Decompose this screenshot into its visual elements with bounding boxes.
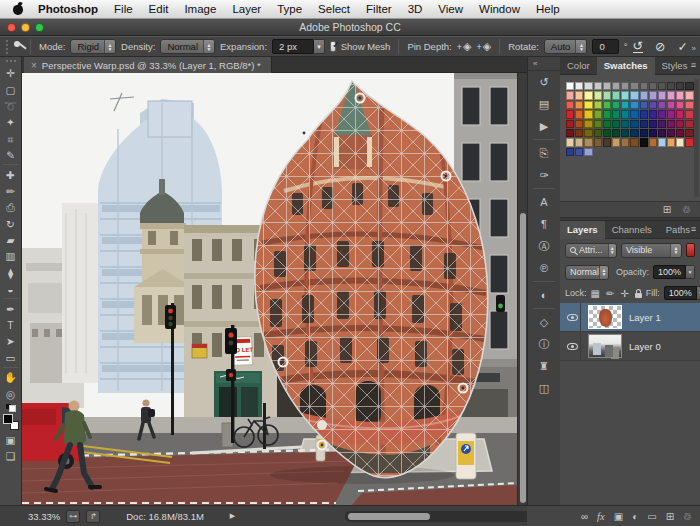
tab-channels[interactable]: Channels bbox=[605, 221, 659, 239]
title-bar[interactable]: Adobe Photoshop CC bbox=[0, 19, 700, 36]
color-swatch[interactable] bbox=[603, 101, 611, 109]
color-swatch[interactable] bbox=[667, 82, 675, 90]
lock-all-icon[interactable] bbox=[635, 293, 642, 298]
color-swatch[interactable] bbox=[640, 138, 648, 146]
color-swatch[interactable] bbox=[658, 101, 666, 109]
color-swatch[interactable] bbox=[676, 129, 684, 137]
color-swatch[interactable] bbox=[621, 120, 629, 128]
menu-file[interactable]: File bbox=[106, 0, 141, 19]
hand-tool[interactable]: ✋ bbox=[2, 369, 20, 385]
color-swatch[interactable] bbox=[584, 101, 592, 109]
color-swatch[interactable] bbox=[575, 101, 583, 109]
rotate-angle-field[interactable]: 0 bbox=[592, 39, 618, 54]
color-swatch[interactable] bbox=[575, 120, 583, 128]
share-icon[interactable]: ↱ bbox=[86, 510, 100, 523]
color-swatch[interactable] bbox=[575, 148, 583, 156]
color-swatch[interactable] bbox=[594, 82, 602, 90]
color-swatch[interactable] bbox=[667, 91, 675, 99]
menu-help[interactable]: Help bbox=[528, 0, 568, 19]
type-tool[interactable]: T bbox=[2, 317, 20, 333]
color-swatch[interactable] bbox=[621, 101, 629, 109]
color-swatch[interactable] bbox=[584, 82, 592, 90]
character-styles-panel-icon[interactable]: Ⓐ bbox=[532, 235, 556, 257]
color-swatch[interactable] bbox=[612, 120, 620, 128]
color-swatch[interactable] bbox=[575, 110, 583, 118]
brush-settings-panel-icon[interactable]: ✑ bbox=[532, 164, 556, 186]
eyedropper-tool[interactable]: ✎ bbox=[2, 147, 20, 163]
color-swatch[interactable] bbox=[676, 138, 684, 146]
opacity-field[interactable]: 100% bbox=[653, 265, 686, 279]
color-swatch[interactable] bbox=[612, 110, 620, 118]
options-bar-grip[interactable] bbox=[6, 40, 9, 54]
menu-filter[interactable]: Filter bbox=[358, 0, 400, 19]
menu-photoshop[interactable]: Photoshop bbox=[30, 0, 106, 19]
color-swatch[interactable] bbox=[584, 120, 592, 128]
path-selection-tool[interactable]: ➤ bbox=[2, 333, 20, 349]
zoom-tool[interactable]: ◎ bbox=[2, 385, 20, 401]
color-swatch[interactable] bbox=[630, 110, 638, 118]
tab-layers[interactable]: Layers bbox=[560, 221, 605, 239]
menu-select[interactable]: Select bbox=[310, 0, 358, 19]
foreground-color-swatch[interactable] bbox=[3, 414, 13, 424]
color-swatch[interactable] bbox=[612, 101, 620, 109]
menu-edit[interactable]: Edit bbox=[141, 0, 177, 19]
color-swatch[interactable] bbox=[584, 91, 592, 99]
shape-tool[interactable]: ▭ bbox=[2, 350, 20, 366]
layer-effects-icon[interactable]: fx bbox=[597, 511, 605, 522]
color-swatch[interactable] bbox=[594, 110, 602, 118]
lasso-tool[interactable]: ➰ bbox=[2, 98, 20, 114]
document-tab[interactable]: × Perspective Warp.psd @ 33.3% (Layer 1,… bbox=[24, 57, 272, 73]
history-brush-tool[interactable]: ↻ bbox=[2, 216, 20, 232]
color-swatch[interactable] bbox=[603, 120, 611, 128]
color-swatch[interactable] bbox=[630, 101, 638, 109]
color-swatch[interactable] bbox=[630, 82, 638, 90]
color-swatch[interactable] bbox=[685, 101, 693, 109]
density-dropdown[interactable]: Normal bbox=[160, 39, 215, 54]
color-swatch[interactable] bbox=[685, 110, 693, 118]
color-swatch[interactable] bbox=[566, 82, 574, 90]
panel-menu-icon[interactable]: ≡ bbox=[691, 60, 696, 70]
color-swatch[interactable] bbox=[685, 129, 693, 137]
color-swatch[interactable] bbox=[667, 129, 675, 137]
color-swatch[interactable] bbox=[603, 129, 611, 137]
expansion-dropdown-arrow[interactable]: ▼ bbox=[314, 39, 325, 54]
color-swatch[interactable] bbox=[676, 82, 684, 90]
menu-view[interactable]: View bbox=[430, 0, 471, 19]
layer-thumbnail[interactable] bbox=[588, 305, 622, 329]
color-swatch[interactable] bbox=[566, 91, 574, 99]
color-swatch[interactable] bbox=[630, 138, 638, 146]
panel-menu-icon[interactable]: ≡ bbox=[691, 224, 696, 234]
layer-group-icon[interactable]: ▭ bbox=[647, 511, 656, 522]
color-swatch[interactable] bbox=[594, 91, 602, 99]
vertical-scrollbar-thumb[interactable] bbox=[520, 213, 526, 503]
tools-panel-grip[interactable] bbox=[6, 60, 16, 63]
horizontal-scrollbar-thumb[interactable] bbox=[348, 513, 430, 520]
layer-visibility-toggle[interactable] bbox=[565, 303, 581, 331]
canvas-image[interactable]: TO LET bbox=[22, 73, 517, 505]
character-panel-icon[interactable]: A bbox=[532, 191, 556, 213]
color-swatch[interactable] bbox=[612, 129, 620, 137]
close-tab-icon[interactable]: × bbox=[31, 60, 37, 71]
layer-mask-icon[interactable]: ▣ bbox=[614, 511, 623, 522]
color-swatch[interactable] bbox=[649, 82, 657, 90]
color-swatch[interactable] bbox=[649, 101, 657, 109]
color-swatch[interactable] bbox=[612, 82, 620, 90]
layer-filter-toggle[interactable] bbox=[686, 243, 695, 257]
color-swatch[interactable] bbox=[566, 148, 574, 156]
color-swatch[interactable] bbox=[612, 91, 620, 99]
menu-type[interactable]: Type bbox=[269, 0, 310, 19]
color-swatch[interactable] bbox=[584, 110, 592, 118]
pin-depth-lower-button[interactable]: +◈ bbox=[476, 40, 491, 53]
menu-3d[interactable]: 3D bbox=[400, 0, 431, 19]
color-swatch[interactable] bbox=[566, 138, 574, 146]
color-swatch[interactable] bbox=[676, 101, 684, 109]
dodge-tool[interactable]: ◒ bbox=[2, 281, 20, 297]
layer-row[interactable]: Layer 1 bbox=[560, 303, 700, 332]
clone-source-panel-icon[interactable]: ⎘ bbox=[532, 142, 556, 164]
color-swatch[interactable] bbox=[594, 138, 602, 146]
color-swatch[interactable] bbox=[584, 148, 592, 156]
color-swatch[interactable] bbox=[667, 120, 675, 128]
color-swatch[interactable] bbox=[640, 91, 648, 99]
color-swatch[interactable] bbox=[621, 91, 629, 99]
color-swatch[interactable] bbox=[649, 91, 657, 99]
